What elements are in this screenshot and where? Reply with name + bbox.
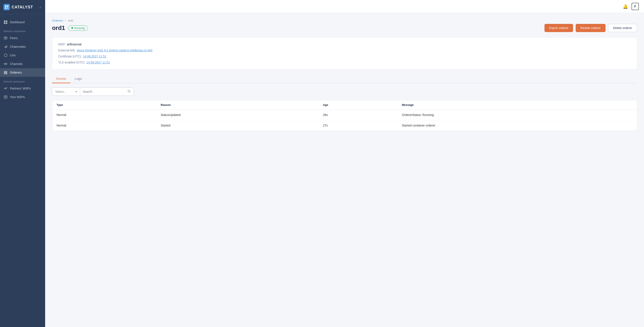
sidebar-item-peers[interactable]: Peers [0,34,45,42]
chevron-down-icon: ▾ [76,90,77,93]
dashboard-icon [4,20,8,24]
cell-type: Normal [52,110,156,120]
sidebar-item-cas[interactable]: CAs [0,51,45,60]
status-label: Running [74,27,85,30]
cell-message: Started container orderer [398,120,637,131]
external-link-label: External link: [58,49,76,52]
svg-rect-12 [4,71,7,72]
cell-reason: Started [156,120,318,131]
cell-age: 26s [318,110,398,120]
info-row-tls: TLS enabled (UTC): 14.08.2027 11:51 [58,61,631,64]
search-input[interactable] [83,90,126,93]
col-reason: Reason [156,100,318,110]
certificate-value[interactable]: 14.08.2027 11:51 [83,55,106,58]
svg-rect-3 [7,7,8,9]
svg-rect-7 [6,22,7,24]
cell-message: OrdererStatus: Running. [398,110,637,120]
topbar: 🔔 F [45,0,644,13]
page-header: ord1 Running Export orderer Restart orde… [52,24,637,32]
svg-rect-1 [7,5,8,7]
sidebar-item-channels[interactable]: Channels [0,60,45,68]
page-title: ord1 [52,25,65,32]
page-title-group: ord1 Running [52,25,88,32]
info-card: MSP: artfinancial External link: grpcs:/… [52,37,637,70]
breadcrumb: Orderers / ord1 [52,19,637,22]
svg-rect-5 [6,21,7,22]
app-logo: CATALYST [4,4,33,10]
cube-icon [4,36,8,40]
col-message: Message [398,100,637,110]
sidebar-header: CATALYST ‹ [0,0,45,15]
table-header-row: Type Reason Age Message [52,100,637,110]
svg-rect-4 [4,21,5,22]
restart-orderer-button[interactable]: Restart orderer [576,24,605,32]
filter-select-label: Select... [55,90,66,93]
info-row-certificate: Certificate (UTC): 14.08.2027 11:51 [58,55,631,58]
channels-icon [4,62,8,66]
header-actions: Export orderer Restart orderer Delete or… [544,24,637,32]
sidebar-item-your-msps-label: Your MSPs [10,95,25,99]
sidebar-item-orderers-label: Orderers [10,71,22,74]
sidebar-item-channels-label: Channels [10,62,22,66]
status-dot [71,27,73,29]
breadcrumb-separator: / [65,19,66,22]
delete-orderer-button[interactable]: Delete orderer [608,24,637,32]
sidebar-item-partners-msps-label: Partners' MSPs [10,87,31,90]
table-icon [4,95,8,99]
export-orderer-button[interactable]: Export orderer [544,24,573,32]
user-avatar[interactable]: F [632,3,639,10]
sidebar: CATALYST ‹ Dashboard Network components [0,0,45,327]
sidebar-item-dashboard[interactable]: Dashboard [0,18,45,27]
sidebar-item-chaincodes-label: Chaincodes [10,45,26,48]
dashboard-label: Dashboard [10,21,25,24]
svg-rect-6 [4,22,5,24]
filter-search-container [80,88,134,96]
col-age: Age [318,100,398,110]
search-icon [128,90,131,93]
main-area: 🔔 F Orderers / ord1 ord1 Running Export … [45,0,644,327]
sidebar-nav: Dashboard Network components Peers Chain… [0,15,45,327]
search-button[interactable] [128,90,131,94]
sidebar-item-chaincodes[interactable]: Chaincodes [0,42,45,51]
msp-value: artfinancial [67,43,82,46]
sidebar-item-cas-label: CAs [10,54,16,57]
section-label-network-participants: Network participants [0,77,45,84]
sidebar-item-orderers[interactable]: Orderers [0,68,45,77]
shield-icon [4,53,8,58]
tab-logs[interactable]: Logs [70,75,86,83]
sidebar-item-peers-label: Peers [10,36,18,40]
sidebar-item-partners-msps[interactable]: Partners' MSPs [0,84,45,93]
link-icon [4,45,8,49]
content-area: Orderers / ord1 ord1 Running Export orde… [45,13,644,327]
info-row-external-link: External link: grpcs://orderer-ord1.fc1.… [58,49,631,52]
section-label-network-components: Network components [0,27,45,34]
svg-rect-14 [4,73,7,74]
tabs-bar: Events Logs [52,75,637,83]
app-name: CATALYST [12,5,33,10]
breadcrumb-current: ord1 [68,19,74,22]
certificate-label: Certificate (UTC): [58,55,82,58]
cell-type: Normal [52,120,156,131]
notification-bell-icon[interactable]: 🔔 [623,4,628,9]
external-link-value[interactable]: grpcs://orderer-ord1.fc1.testing.catalys… [77,49,152,52]
info-row-msp: MSP: artfinancial [58,43,631,46]
svg-line-19 [130,92,130,93]
cell-reason: StatusUpdated [156,110,318,120]
tab-events[interactable]: Events [52,75,70,83]
col-type: Type [52,100,156,110]
msp-label: MSP: [58,43,66,46]
status-badge: Running [68,25,88,31]
cell-age: 27s [318,120,398,131]
breadcrumb-parent-link[interactable]: Orderers [52,19,63,22]
table-row: NormalStatusUpdated26sOrdererStatus: Run… [52,110,637,120]
tls-value[interactable]: 14.08.2027 11:51 [86,61,110,64]
filter-select[interactable]: Select... ▾ [52,88,80,96]
svg-rect-0 [5,5,6,7]
filter-bar: Select... ▾ [52,88,637,96]
collapse-sidebar-button[interactable]: ‹ [39,4,42,10]
svg-rect-2 [5,7,6,9]
logo-icon [4,4,10,10]
table-row: NormalStarted27sStarted container ordere… [52,120,637,131]
svg-rect-13 [4,72,7,73]
sidebar-item-your-msps[interactable]: Your MSPs [0,93,45,101]
